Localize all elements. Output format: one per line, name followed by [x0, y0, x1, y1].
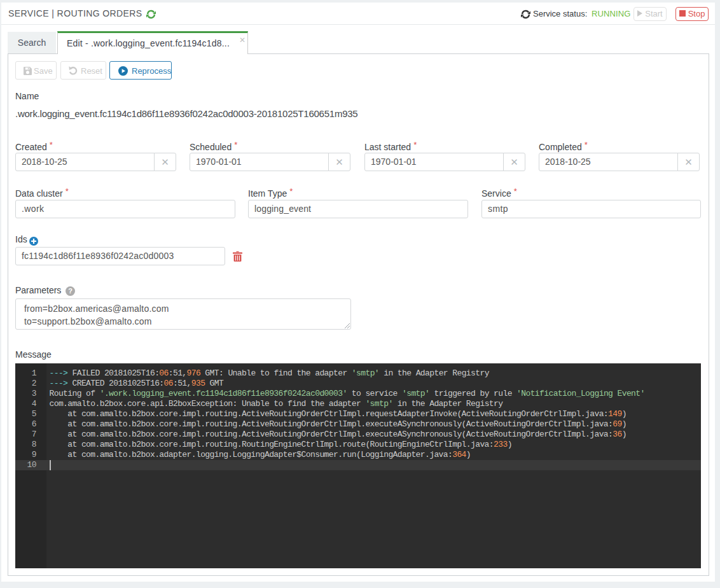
svg-text:?: ?: [68, 287, 73, 295]
